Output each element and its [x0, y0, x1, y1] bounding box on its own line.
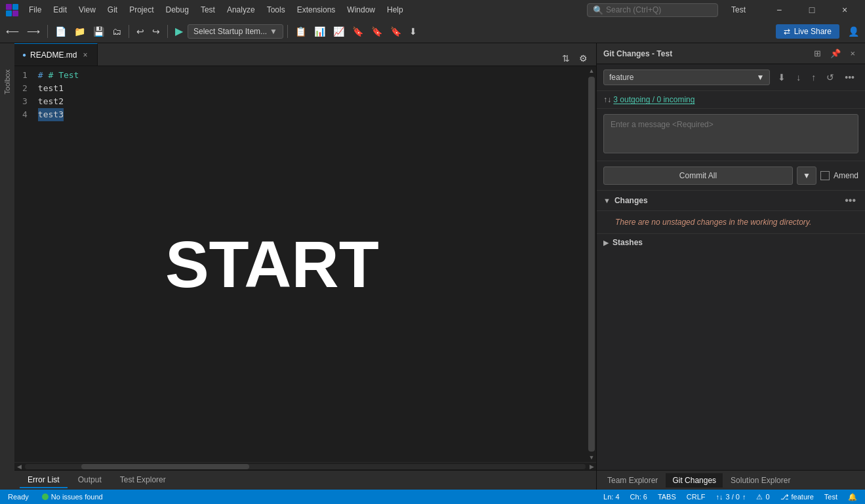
bottom-tab-testexplorer[interactable]: Test Explorer [112, 473, 174, 488]
forward-button[interactable]: ⟶ [24, 24, 43, 39]
changes-more-icon[interactable]: ••• [842, 195, 858, 206]
startup-item-dropdown[interactable]: Select Startup Item... ▼ [188, 24, 283, 39]
changes-section: ▼ Changes ••• There are no unstaged chan… [597, 191, 865, 470]
status-ch[interactable]: Ch: 6 [628, 493, 650, 501]
search-input[interactable] [606, 5, 712, 14]
pin-to-top-icon[interactable]: ⊞ [811, 47, 824, 60]
status-ready[interactable]: Ready [5, 493, 31, 501]
tab-split-icon[interactable]: ⇅ [559, 51, 573, 66]
editor-tabs: ● README.md × ⇅ ⚙ [14, 43, 596, 66]
open-folder-button[interactable]: 📁 [71, 24, 89, 39]
editor-tab-readme[interactable]: ● README.md × [14, 43, 98, 66]
scroll-thumb[interactable] [588, 77, 595, 452]
code-content[interactable]: # # Test test1 test2 test3 [33, 66, 587, 462]
account-button[interactable]: 👤 [845, 24, 862, 39]
scroll-right-button[interactable]: ▶ [587, 463, 596, 471]
liveshare-icon: ⇄ [784, 27, 790, 36]
search-bar[interactable]: 🔍 [587, 3, 718, 17]
menu-debug[interactable]: Debug [161, 4, 194, 16]
maximize-button[interactable]: □ [797, 0, 827, 20]
stashes-header[interactable]: ▶ Stashes [597, 234, 865, 251]
status-tabs[interactable]: TABS [655, 493, 679, 501]
menu-analyze[interactable]: Analyze [222, 4, 260, 16]
scroll-down-button[interactable]: ▼ [587, 453, 596, 462]
changes-section-header[interactable]: ▼ Changes ••• [597, 191, 865, 211]
toolbar-separator-3 [167, 25, 168, 38]
horizontal-scrollbar[interactable]: ◀ ▶ [14, 462, 596, 470]
start-debug-button[interactable]: ▶ [172, 23, 186, 39]
toolbox-label[interactable]: Toolbox [3, 69, 11, 94]
toolbar-extra-1[interactable]: 📋 [292, 24, 310, 39]
scroll-thumb-h[interactable] [81, 464, 250, 469]
menu-file[interactable]: File [24, 4, 47, 16]
right-tab-solutionexplorer[interactable]: Solution Explorer [724, 473, 797, 488]
tab-overflow-icon[interactable]: ⚙ [576, 51, 591, 66]
more-actions-icon[interactable]: ••• [841, 70, 858, 85]
panel-close-icon[interactable]: × [847, 47, 858, 60]
menu-extensions[interactable]: Extensions [292, 4, 341, 16]
status-notifications[interactable]: 🔔 [845, 493, 860, 501]
minimize-button[interactable]: − [764, 0, 794, 20]
scroll-track[interactable] [25, 464, 586, 469]
fetch-icon[interactable]: ⬇ [774, 70, 790, 85]
app-logo [5, 3, 18, 16]
status-branch[interactable]: ⎇ feature [778, 493, 816, 501]
close-button[interactable]: × [830, 0, 860, 20]
menu-window[interactable]: Window [342, 4, 380, 16]
toolbar-extra-2[interactable]: 📊 [311, 24, 329, 39]
menu-test[interactable]: Test [195, 4, 220, 16]
menu-project[interactable]: Project [124, 4, 159, 16]
status-ln[interactable]: Ln: 4 [601, 493, 622, 501]
tab-close-button[interactable]: × [81, 50, 89, 60]
toolbar-extra-3[interactable]: 📈 [330, 24, 348, 39]
liveshare-button[interactable]: ⇄ Live Share [776, 24, 839, 39]
menu-help[interactable]: Help [382, 4, 409, 16]
outgoing-incoming-link[interactable]: 3 outgoing / 0 incoming [613, 95, 694, 104]
branch-selector[interactable]: feature ▼ [603, 69, 770, 85]
bottom-tab-errorlist[interactable]: Error List [20, 473, 68, 488]
line-number-3: 3 [22, 95, 28, 108]
new-file-button[interactable]: 📄 [52, 24, 70, 39]
redo-button[interactable]: ↪ [149, 24, 163, 39]
sync-icon[interactable]: ↺ [822, 70, 838, 85]
commit-dropdown-arrow[interactable]: ▼ [797, 166, 816, 185]
pull-icon[interactable]: ↓ [792, 70, 805, 85]
commit-message-input[interactable] [603, 114, 858, 153]
status-no-issues[interactable]: No issues found [39, 493, 106, 501]
pin-icon[interactable]: 📌 [827, 47, 844, 60]
commit-button-row: Commit All ▼ Amend [597, 161, 865, 191]
scroll-left-button[interactable]: ◀ [14, 463, 24, 471]
toolbar-separator-2 [129, 25, 129, 38]
toolbar-extra-5[interactable]: 🔖 [368, 24, 386, 39]
menu-tools[interactable]: Tools [262, 4, 291, 16]
push-icon[interactable]: ↑ [807, 70, 820, 85]
status-errors[interactable]: ⚠ 0 [754, 493, 772, 501]
line-number-4: 4 [22, 108, 28, 121]
amend-label: Amend [834, 171, 858, 180]
menu-view[interactable]: View [73, 4, 101, 16]
status-git-arrows[interactable]: ↑↓ 3 / 0 ↑ [714, 493, 749, 501]
code-editor[interactable]: 1 2 3 4 # # Test test1 test2 test3 START [14, 66, 587, 462]
back-button[interactable]: ⟵ [3, 24, 22, 39]
commit-all-button[interactable]: Commit All [603, 166, 793, 185]
menu-git[interactable]: Git [102, 4, 123, 16]
toolbar-extra-6[interactable]: 🔖 [387, 24, 405, 39]
toolbar-extra-7[interactable]: ⬇ [406, 24, 420, 39]
right-tab-teamexplorer[interactable]: Team Explorer [601, 473, 664, 488]
tab-dot-icon: ● [22, 51, 26, 58]
bottom-tab-output[interactable]: Output [70, 473, 110, 488]
save-all-button[interactable]: 🗂 [109, 24, 125, 39]
save-button[interactable]: 💾 [90, 24, 108, 39]
scroll-up-button[interactable]: ▲ [587, 66, 596, 75]
toolbar-extra-4[interactable]: 🔖 [349, 24, 367, 39]
menu-edit[interactable]: Edit [48, 4, 72, 16]
title-bar: File Edit View Git Project Debug Test An… [0, 0, 865, 20]
undo-button[interactable]: ↩ [133, 24, 148, 39]
vertical-scrollbar[interactable]: ▲ ▼ [587, 66, 596, 462]
window-controls: − □ × [764, 0, 860, 20]
git-panel-header: Git Changes - Test ⊞ 📌 × [597, 43, 865, 64]
right-tab-gitchanges[interactable]: Git Changes [666, 473, 723, 488]
status-crlf[interactable]: CRLF [684, 493, 708, 501]
amend-checkbox[interactable] [820, 171, 830, 180]
status-project[interactable]: Test [822, 493, 840, 501]
